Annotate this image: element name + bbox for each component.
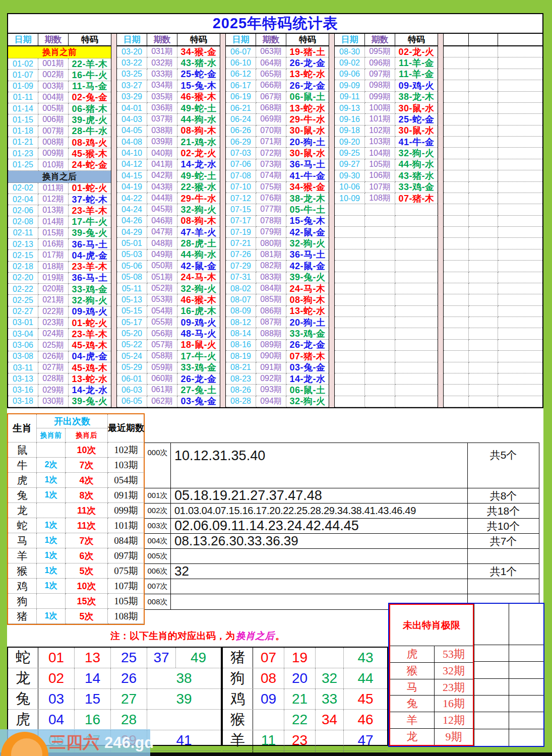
period-cell: 104期: [365, 148, 395, 159]
frequency-label: 000次: [145, 443, 171, 488]
empty-grid-cell: [469, 80, 498, 91]
limit-periods: 12期: [435, 712, 473, 728]
period-cell: 019期: [38, 273, 69, 284]
date-cell: 04-15: [117, 170, 147, 181]
code-cell: 26-龙-金: [286, 57, 329, 69]
code-cell: 24-马-木: [177, 272, 220, 283]
empty-grid-cell: [444, 396, 469, 407]
date-cell: 01-11: [8, 92, 38, 103]
code-cell: 46-猴-木: [177, 294, 220, 305]
date-cell: 08-07: [226, 294, 256, 305]
empty-grid-cell: [498, 182, 542, 193]
empty-grid-cell: [444, 272, 469, 283]
limit-periods: 53期: [435, 646, 473, 662]
zodiac-name: 蛇: [8, 518, 37, 533]
period-cell: 077期: [256, 204, 286, 215]
period-cell: 090期: [256, 351, 286, 362]
zodiac-frequency-table: 生肖开出次数最近期数换肖前换肖后鼠10次102期牛2次7次103期虎1次4次05…: [7, 413, 145, 625]
period-cell: 039期: [147, 137, 177, 148]
period-cell: 097期: [365, 69, 395, 80]
phase-banner: 换肖之后: [8, 171, 111, 183]
date-cell: 06-05: [117, 396, 147, 407]
code-cell: 27-兔-土: [177, 385, 220, 396]
empty-grid-cell: [498, 249, 542, 261]
code-header: 特码: [395, 34, 438, 46]
empty-grid-cell: [469, 46, 498, 57]
empty-code-cell: [395, 204, 438, 215]
code-cell: 14-龙-水: [69, 385, 111, 396]
after-count: 4次: [66, 473, 108, 488]
code-cell: 03-兔-金: [286, 362, 329, 373]
date-cell: 07-29: [226, 261, 256, 272]
code-cell: 11-羊-金: [395, 57, 438, 69]
empty-date-cell: [335, 396, 365, 407]
date-cell: 09-09: [335, 80, 365, 91]
before-count: 1次: [37, 488, 66, 503]
period-cell: 073期: [256, 159, 286, 170]
limit-zodiac: 猴: [390, 663, 435, 679]
frequency-total: [467, 579, 539, 594]
code-cell: 30-鼠-水: [286, 148, 329, 159]
frequency-total: 共18个: [467, 503, 539, 519]
period-cell: 107期: [365, 182, 395, 193]
empty-grid-cell: [498, 193, 542, 204]
after-count: 11次: [66, 518, 108, 533]
date-cell: 03-13: [8, 373, 38, 385]
date-cell: 05-13: [117, 294, 147, 305]
date-cell: 03-18: [8, 396, 38, 407]
code-cell: 09-鸡-火: [395, 80, 438, 91]
period-cell: 061期: [147, 385, 177, 396]
period-cell: 046期: [147, 216, 177, 227]
map-number: 07: [253, 648, 284, 668]
map-number: 45: [344, 689, 387, 709]
date-cell: 02-06: [8, 205, 38, 216]
code-cell: 01-蛇-火: [69, 183, 111, 194]
date-cell: 03-27: [117, 80, 147, 91]
frequency-total: 共8个: [467, 488, 539, 503]
map-number: 27: [111, 689, 147, 709]
date-cell: 06-26: [226, 125, 256, 137]
map-number: [147, 710, 221, 730]
empty-header-cell: [498, 34, 542, 46]
code-cell: 45-猴-木: [69, 148, 111, 159]
date-cell: 05-08: [117, 272, 147, 283]
code-cell: 15-兔-木: [177, 80, 220, 91]
zodiac-name: 牛: [8, 458, 37, 473]
date-cell: 01-23: [8, 148, 38, 159]
period-cell: 029期: [38, 385, 69, 396]
empty-date-cell: [335, 238, 365, 249]
recent-period: 054期: [108, 473, 144, 488]
code-cell: 29-牛-水: [286, 114, 329, 125]
empty-grid-cell: [469, 396, 498, 407]
empty-period-cell: [365, 317, 395, 328]
empty-grid-cell: [444, 69, 469, 80]
empty-grid-cell: [498, 137, 542, 148]
code-cell: 36-马-土: [69, 239, 111, 250]
date-cell: 02-22: [8, 284, 38, 295]
map-number: 28: [111, 710, 147, 730]
before-count: 1次: [37, 548, 66, 563]
empty-date-cell: [335, 362, 365, 373]
empty-grid-cell: [444, 159, 469, 170]
frequency-label: 001次: [145, 488, 171, 503]
period-cell: 037期: [147, 114, 177, 125]
period-cell: 086期: [256, 306, 286, 317]
map-number: [253, 710, 284, 730]
limit-periods: 32期: [435, 663, 473, 679]
empty-period-cell: [365, 294, 395, 305]
map-number: 20: [284, 668, 316, 688]
period-header: 期数: [38, 34, 69, 46]
map-zodiac: 猴: [223, 710, 253, 730]
code-cell: 49-蛇-土: [177, 103, 220, 114]
date-cell: 08-02: [226, 283, 256, 294]
date-cell: 09-06: [335, 69, 365, 80]
zodiac-name: 狗: [8, 594, 37, 609]
frequency-numbers: 05.18.19.21.27.37.47.48: [171, 488, 467, 503]
date-cell: 08-12: [226, 317, 256, 328]
date-cell: 05-24: [117, 351, 147, 362]
empty-date-cell: [335, 328, 365, 339]
date-cell: 07-08: [226, 170, 256, 181]
recent-period: 084期: [108, 533, 144, 548]
code-cell: 13-蛇-水: [286, 69, 329, 80]
code-cell: 46-猴-木: [177, 92, 220, 103]
